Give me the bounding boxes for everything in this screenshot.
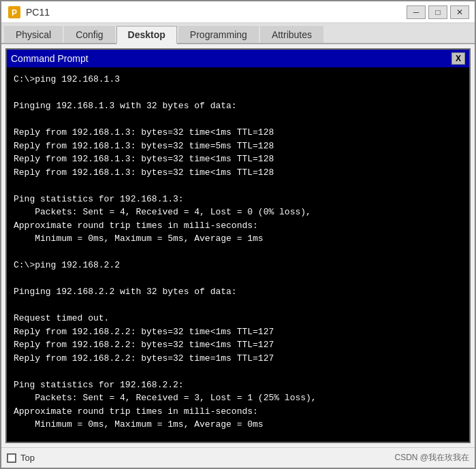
minimize-button[interactable]: ─ xyxy=(407,5,426,19)
tab-bar: Physical Config Desktop Programming Attr… xyxy=(1,23,475,44)
top-label: Top xyxy=(20,453,35,463)
cmd-title-bar: Command Prompt X xyxy=(7,50,469,67)
svg-text:P: P xyxy=(12,8,17,18)
tab-physical[interactable]: Physical xyxy=(4,26,63,43)
cmd-close-button[interactable]: X xyxy=(451,52,465,65)
command-prompt-window: Command Prompt X C:\>ping 192.168.1.3 Pi… xyxy=(5,48,471,443)
close-button[interactable]: ✕ xyxy=(450,5,469,19)
watermark: CSDN @我在玫我在 xyxy=(394,452,469,464)
maximize-button[interactable]: □ xyxy=(428,5,447,19)
bottom-bar: Top CSDN @我在玫我在 xyxy=(1,447,475,468)
title-bar: P PC11 ─ □ ✕ xyxy=(1,1,475,23)
tab-desktop[interactable]: Desktop xyxy=(116,26,177,44)
window-controls: ─ □ ✕ xyxy=(407,5,469,19)
tab-programming[interactable]: Programming xyxy=(178,26,259,43)
main-window: P PC11 ─ □ ✕ Physical Config Desktop Pro… xyxy=(0,0,476,469)
top-checkbox[interactable] xyxy=(7,453,16,463)
window-title: PC11 xyxy=(26,7,407,18)
main-content: Command Prompt X C:\>ping 192.168.1.3 Pi… xyxy=(1,44,475,447)
app-logo: P xyxy=(7,5,22,20)
tab-config[interactable]: Config xyxy=(64,26,114,43)
cmd-title: Command Prompt xyxy=(11,53,89,64)
tab-attributes[interactable]: Attributes xyxy=(260,26,323,43)
cmd-output[interactable]: C:\>ping 192.168.1.3 Pinging 192.168.1.3… xyxy=(7,67,469,442)
bottom-left: Top xyxy=(7,453,35,463)
